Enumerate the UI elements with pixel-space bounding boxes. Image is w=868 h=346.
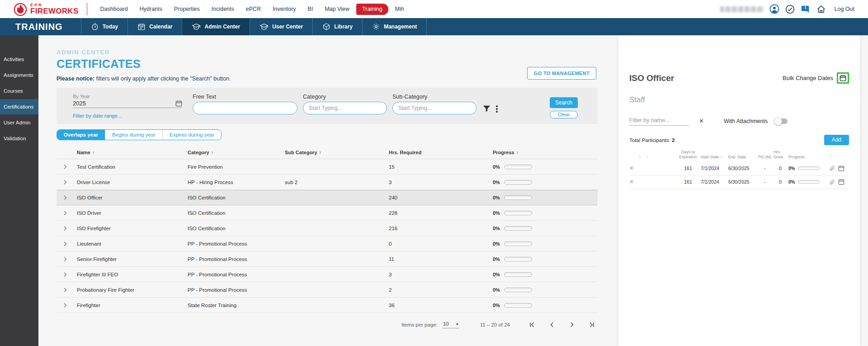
filter-funnel-icon[interactable] (483, 105, 491, 124)
first-page-icon[interactable] (529, 322, 535, 328)
nav-mih[interactable]: Mih (390, 4, 409, 14)
table-row-firefighter-ii-feo[interactable]: Firefighter II/ FEOPP - Promotional Proc… (57, 267, 598, 282)
sort-asc-icon[interactable]: ↑ (639, 154, 645, 160)
filter-by-name-input[interactable] (629, 116, 689, 126)
tab-library[interactable]: Library (312, 18, 362, 35)
nav-incidents[interactable]: Incidents (207, 4, 239, 14)
expand-chevron-icon[interactable] (57, 272, 77, 277)
expand-chevron-icon[interactable] (57, 164, 77, 170)
search-button[interactable]: Search (550, 97, 578, 108)
participant-row[interactable]: ✕1617/1/20246/30/2025-00% (629, 175, 849, 189)
col-exp-date: Exp. Date (728, 155, 756, 160)
sort-asc-icon[interactable]: ↑ (646, 154, 675, 160)
nav-bi[interactable]: BI (303, 4, 318, 14)
table-row-lieutenant[interactable]: LieutenantPP - Promotional Process00% (57, 236, 598, 251)
table-row-iso-driver[interactable]: ISO DriverISO Certification2280% (57, 205, 598, 221)
nav-dashboard[interactable]: Dashboard (95, 4, 133, 14)
last-page-icon[interactable] (589, 322, 595, 328)
tab-calendar[interactable]: Calendar (127, 18, 182, 35)
sidebar-item-activities[interactable]: Activities (0, 52, 38, 67)
tab-user-center[interactable]: User Center (250, 18, 312, 35)
expand-chevron-icon[interactable] (57, 256, 77, 262)
expand-chevron-icon[interactable] (57, 241, 77, 246)
cell-hrs-required: 2 (389, 287, 493, 293)
expand-chevron-icon[interactable] (57, 287, 77, 293)
bulk-change-dates-button[interactable] (837, 72, 849, 84)
clear-button[interactable]: Clear (550, 111, 578, 118)
subcategory-input[interactable] (392, 102, 476, 114)
remove-participant-icon[interactable]: ✕ (629, 179, 637, 185)
items-per-page-select[interactable]: 10 ▾ (442, 321, 459, 328)
expand-chevron-icon[interactable] (57, 226, 77, 231)
nav-map-view[interactable]: Map View (320, 4, 354, 14)
cell-hrs-done: 0 (774, 179, 787, 185)
notifications-icon[interactable]: 1 (801, 4, 811, 14)
col-hrs-required: Hrs. Required (389, 150, 421, 155)
attachment-icon[interactable] (830, 166, 837, 171)
tab-management[interactable]: Management (362, 18, 427, 35)
sort-asc-icon[interactable]: ↑ (516, 150, 519, 155)
nav-training[interactable]: Training (356, 4, 388, 15)
cell-hrs-required: 15 (389, 164, 493, 170)
free-text-input[interactable] (193, 102, 297, 114)
sort-asc-icon[interactable]: ↑ (720, 154, 722, 159)
expand-chevron-icon[interactable] (57, 195, 77, 200)
row-calendar-icon[interactable] (838, 179, 847, 185)
sidebar-item-user-admin[interactable]: User Admin (0, 115, 38, 130)
category-input[interactable] (303, 102, 387, 114)
row-calendar-icon[interactable] (838, 165, 847, 171)
remove-participant-icon[interactable]: ✕ (629, 165, 637, 171)
brand-logo[interactable]: EPR FIREWORKS (14, 2, 79, 16)
attachment-icon[interactable] (830, 179, 837, 185)
sort-asc-icon[interactable]: ↑ (319, 150, 322, 155)
previous-page-icon[interactable] (549, 322, 555, 328)
sort-asc-icon[interactable]: ↑ (830, 154, 837, 160)
logout-link[interactable]: Log Out (835, 6, 854, 12)
sidebar-item-certifications[interactable]: Certifications (0, 99, 38, 114)
sidebar-item-validation[interactable]: Validation (0, 131, 38, 146)
sort-asc-icon[interactable]: ↑ (92, 150, 95, 155)
sidebar-item-courses[interactable]: Courses (0, 83, 38, 99)
segment-expires-during-year[interactable]: Expires during year (162, 130, 221, 140)
table-row-iso-officer[interactable]: ISO OfficerISO Certification2400% (57, 190, 598, 205)
table-row-iso-firefighter[interactable]: ISO FirefighterISO Certification2160% (57, 221, 598, 236)
table-row-test-certification[interactable]: Test CertificationFire Prevention150% (57, 159, 598, 175)
by-year-field[interactable]: 2025 (73, 100, 182, 108)
tab-admin-center[interactable]: Admin Center (182, 18, 250, 35)
sidebar-item-assignments[interactable]: Assignments (0, 67, 38, 83)
cell-category: HP - Hiring Process (188, 180, 285, 185)
table-row-senior-firefighter[interactable]: Senior FirefighterPP - Promotional Proce… (57, 251, 598, 267)
table-row-firefighter[interactable]: FirefighterState Roster Training360% (57, 298, 598, 313)
by-year-value[interactable]: 2025 (73, 100, 86, 107)
notice-emphasis: Please notice: (57, 76, 94, 82)
tab-today[interactable]: Today (81, 18, 127, 35)
overflow-menu-icon[interactable] (495, 104, 499, 124)
filter-by-date-range-link[interactable]: Filter by date range... (73, 113, 122, 118)
go-to-management-button[interactable]: GO TO MANAGEMENT (527, 67, 596, 80)
cell-exp-date: 6/30/2025 (728, 179, 756, 185)
progress-percent: 0% (493, 256, 500, 262)
brand-line2: FIREWORKS (30, 7, 79, 15)
participant-row[interactable]: ✕1617/1/20246/30/2025-00% (629, 162, 849, 175)
table-row-driver-license[interactable]: Driver LicenseHP - Hiring Processsub 230… (57, 175, 598, 190)
home-icon[interactable] (816, 5, 826, 14)
segment-begins-during-year[interactable]: Begins during year (105, 130, 162, 140)
clear-filter-icon[interactable]: ✕ (699, 118, 704, 124)
avatar-icon[interactable] (769, 4, 779, 14)
nav-hydrants[interactable]: Hydrants (135, 4, 167, 14)
nav-properties[interactable]: Properties (169, 4, 205, 14)
sort-asc-icon[interactable]: ↑ (211, 150, 214, 155)
year-calendar-icon[interactable] (175, 100, 182, 107)
nav-inventory[interactable]: Inventory (268, 4, 301, 14)
nav-epcr[interactable]: ePCR (241, 4, 266, 14)
expand-chevron-icon[interactable] (57, 210, 77, 216)
with-attachments-toggle[interactable] (774, 117, 788, 125)
add-participant-button[interactable]: Add (824, 135, 849, 145)
check-circle-icon[interactable] (785, 5, 795, 14)
segment-overlaps-year[interactable]: Overlaps year (57, 130, 105, 140)
cell-name: Probationary Fire Fighter (77, 287, 188, 293)
expand-chevron-icon[interactable] (57, 303, 77, 308)
next-page-icon[interactable] (569, 322, 575, 328)
expand-chevron-icon[interactable] (57, 180, 77, 185)
table-row-probationary-fire-fighter[interactable]: Probationary Fire FighterPP - Promotiona… (57, 282, 598, 298)
